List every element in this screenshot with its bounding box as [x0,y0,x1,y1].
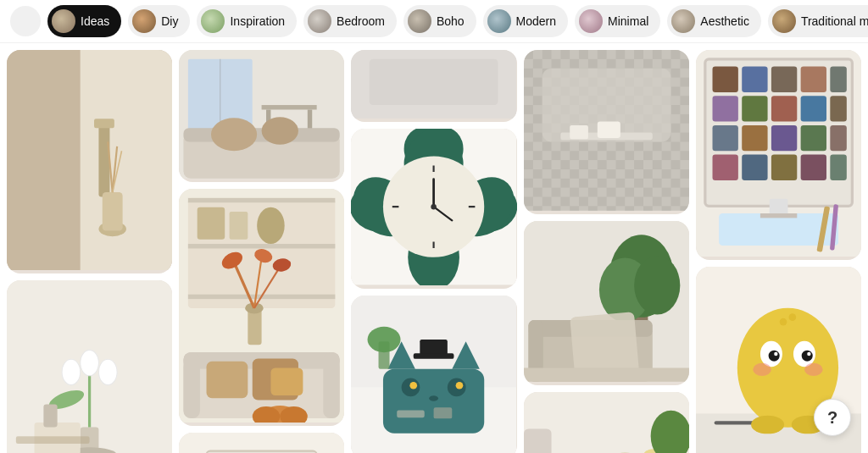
svg-rect-161 [830,155,847,180]
svg-rect-2 [81,50,172,270]
svg-rect-149 [771,96,797,121]
svg-point-181 [779,318,787,326]
pin-item[interactable] [179,189,344,427]
svg-point-177 [753,363,771,376]
pin-image [696,50,861,257]
pin-item[interactable] [351,50,516,122]
svg-rect-164 [760,213,797,218]
top-navigation: Ideas Diy Inspiration Bedroom Boho Moder… [0,0,868,43]
svg-point-94 [430,395,439,401]
svg-point-98 [368,327,401,352]
svg-rect-145 [800,67,826,92]
pin-item[interactable] [524,50,689,214]
svg-point-16 [98,360,117,385]
nav-chip-ideas[interactable]: Ideas [47,5,121,37]
svg-rect-147 [712,96,737,121]
pin-image [179,433,344,453]
svg-point-15 [81,351,99,376]
svg-point-174 [801,351,812,362]
svg-rect-159 [771,155,797,180]
svg-rect-1 [7,50,81,270]
svg-point-178 [804,363,823,376]
pin-image [351,129,516,285]
svg-rect-112 [597,122,620,139]
svg-rect-150 [800,96,826,121]
nav-chip-bedroom[interactable]: Bedroom [303,5,397,37]
svg-rect-155 [800,125,826,151]
svg-rect-3 [98,124,109,197]
svg-rect-53 [323,352,340,418]
svg-rect-20 [16,437,90,445]
svg-rect-160 [800,155,826,180]
svg-rect-122 [524,367,689,381]
pin-image [524,50,689,211]
svg-point-175 [774,352,777,356]
masonry-grid [0,43,868,453]
svg-point-90 [410,382,418,389]
svg-rect-111 [570,125,588,139]
svg-point-82 [431,204,437,210]
svg-rect-151 [830,96,847,121]
pin-item[interactable] [696,50,861,260]
svg-rect-65 [370,59,498,105]
svg-rect-40 [230,212,248,240]
svg-rect-36 [188,198,336,202]
pin-image [179,50,344,179]
svg-rect-95 [398,410,426,417]
pin-image [7,50,172,270]
svg-rect-93 [414,353,454,359]
svg-point-117 [634,256,680,314]
svg-rect-31 [184,128,340,141]
pin-item[interactable] [351,129,516,288]
svg-point-41 [257,207,285,244]
help-button[interactable]: ? [814,399,851,436]
nav-chip-traditional-modern[interactable]: Traditional modern [768,5,868,37]
pin-item[interactable] [524,221,689,385]
svg-rect-4 [94,119,114,128]
svg-rect-154 [771,125,797,151]
svg-point-32 [211,118,257,151]
svg-rect-132 [524,428,552,453]
svg-rect-42 [248,308,262,345]
pin-image [179,189,344,423]
svg-rect-96 [434,407,453,418]
svg-rect-54 [207,362,248,398]
nav-chip-inspiration[interactable]: Inspiration [197,5,297,37]
pin-image [351,296,516,453]
svg-rect-153 [742,125,767,151]
svg-rect-27 [262,105,317,109]
pin-image [524,221,689,382]
pin-image [7,280,172,453]
pin-image [351,50,516,119]
svg-rect-6 [103,192,123,231]
nav-chip-diy[interactable]: Diy [128,5,190,37]
svg-rect-142 [712,67,737,92]
svg-point-179 [751,416,784,434]
pin-item[interactable] [7,50,172,273]
pin-item[interactable] [524,392,689,453]
svg-rect-56 [271,367,303,395]
svg-point-173 [768,351,779,362]
svg-rect-19 [43,405,57,428]
svg-rect-39 [198,207,225,240]
svg-point-33 [262,117,298,145]
svg-rect-146 [830,67,847,92]
nav-chip-aesthetic[interactable]: Aesthetic [667,5,761,37]
pin-image [524,392,689,453]
svg-rect-37 [188,244,336,248]
pin-item[interactable] [351,296,516,453]
svg-point-14 [62,360,81,385]
svg-rect-158 [742,155,767,180]
nav-chip-modern[interactable]: Modern [483,5,568,37]
svg-rect-157 [712,155,737,180]
svg-point-182 [788,313,796,321]
pin-item[interactable] [7,280,172,453]
nav-chip-boho[interactable]: Boho [403,5,476,37]
svg-rect-152 [712,125,737,151]
nav-chip-minimal[interactable]: Minimal [575,5,660,37]
svg-rect-148 [742,96,767,121]
svg-rect-143 [742,67,767,92]
filter-button[interactable] [10,6,41,36]
pin-item[interactable] [179,433,344,453]
pin-item[interactable] [179,50,344,182]
